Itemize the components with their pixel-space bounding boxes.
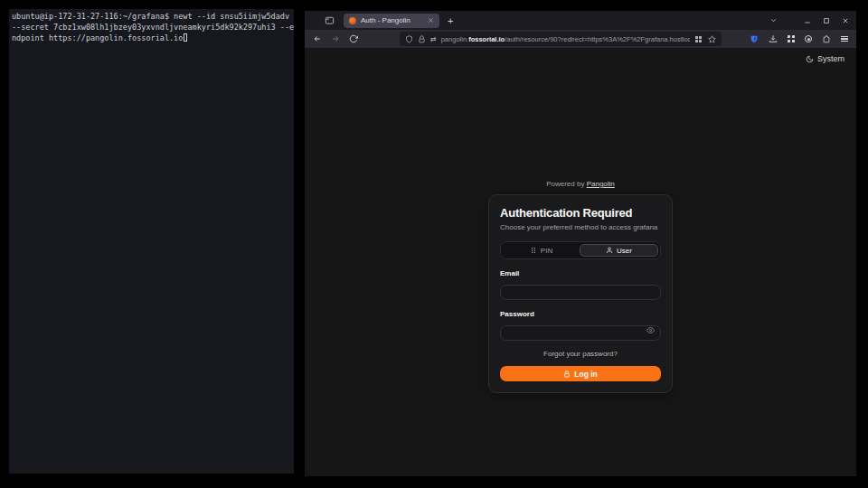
terminal-line: --secret 7cbz1xw08lh1jbzey03yxvndljvneam… (12, 23, 294, 32)
tabbar-right-controls (769, 16, 849, 24)
card-title: Authentication Required (500, 206, 661, 220)
reload-button-icon[interactable] (349, 34, 358, 43)
padlock-icon[interactable] (418, 35, 426, 43)
pangolin-favicon-icon (349, 17, 356, 24)
user-icon (606, 247, 613, 254)
tab-close-icon[interactable] (428, 17, 434, 23)
swap-arrows-icon[interactable]: ⇄ (430, 35, 437, 43)
forward-button-icon[interactable] (331, 34, 340, 43)
window-minimize-button[interactable] (804, 17, 811, 24)
tracking-protection-shield-icon[interactable] (405, 35, 413, 43)
card-subtitle: Choose your preferred method to access g… (500, 223, 661, 231)
toolbar-right-icons (740, 34, 849, 43)
url-subdomain: pangolin. (441, 35, 468, 43)
theme-toggle-label: System (817, 54, 844, 63)
lock-icon (563, 371, 571, 378)
url-bar[interactable]: ⇄ pangolin.fossorial.io/auth/resource/90… (400, 32, 722, 46)
tab-pin-label: PIN (541, 247, 552, 255)
pin-keypad-icon (530, 247, 537, 254)
auth-card: Authentication Required Choose your pref… (488, 194, 673, 393)
terminal-output: ubuntu@ip-172-31-27-116:~/grafana$ newt … (12, 11, 291, 43)
auth-method-tabs: PIN User (500, 241, 661, 259)
urlbar-right-icons (695, 35, 716, 43)
puzzle-extensions-icon[interactable] (822, 34, 831, 43)
download-icon[interactable] (769, 34, 778, 43)
moon-icon (806, 55, 814, 63)
list-all-tabs-chevron-icon[interactable] (769, 16, 778, 24)
email-label: Email (500, 269, 661, 277)
forgot-password-link[interactable]: Forgot your password? (500, 350, 661, 358)
powered-by: Powered by Pangolin (488, 180, 673, 188)
dark-reader-extension-icon[interactable] (805, 35, 812, 42)
login-button[interactable]: Log in (500, 366, 661, 381)
password-field[interactable] (500, 325, 661, 341)
firefox-view-icon[interactable] (325, 15, 335, 25)
browser-tab-auth-pangolin[interactable]: Auth - Pangolin (344, 14, 439, 28)
new-tab-button[interactable]: + (448, 16, 453, 25)
browser-window: Auth - Pangolin + (305, 11, 856, 476)
terminal-line: ubuntu@ip-172-31-27-116:~/grafana$ newt … (12, 12, 289, 21)
tab-user-label: User (617, 247, 632, 255)
bitwarden-extension-shield-icon[interactable] (750, 34, 759, 43)
email-field[interactable] (500, 285, 661, 300)
terminal-cursor (184, 33, 187, 42)
password-label: Password (500, 310, 661, 318)
url-domain: fossorial.io (468, 35, 505, 43)
tab-bar: Auth - Pangolin + (305, 11, 856, 30)
terminal-window[interactable]: ubuntu@ip-172-31-27-116:~/grafana$ newt … (9, 9, 294, 474)
url-path: /auth/resource/90?redirect=https%3A%2F%2… (505, 35, 690, 43)
window-close-button[interactable] (842, 17, 849, 24)
tab-user[interactable]: User (580, 244, 658, 257)
desktop: ubuntu@ip-172-31-27-116:~/grafana$ newt … (0, 0, 868, 488)
containers-grid-icon[interactable] (695, 36, 702, 42)
navigation-toolbar: ⇄ pangolin.fossorial.io/auth/resource/90… (305, 30, 856, 48)
theme-toggle[interactable]: System (806, 54, 844, 63)
tab-title: Auth - Pangolin (361, 16, 423, 24)
back-button-icon[interactable] (313, 34, 322, 43)
tab-pin[interactable]: PIN (503, 244, 580, 257)
window-maximize-button[interactable] (823, 17, 830, 24)
menu-hamburger-icon[interactable] (841, 36, 848, 42)
page-content: System Powered by Pangolin Authenticatio… (305, 48, 856, 476)
terminal-line: ndpoint https://pangolin.fossorial.io (12, 33, 183, 42)
bookmark-star-icon[interactable] (708, 35, 716, 43)
login-button-label: Log in (574, 370, 598, 379)
extensions-grid-icon[interactable] (788, 35, 796, 43)
show-password-eye-icon[interactable] (646, 326, 655, 334)
auth-column: Powered by Pangolin Authentication Requi… (488, 180, 673, 393)
pangolin-link[interactable]: Pangolin (587, 180, 615, 188)
url-text: pangolin.fossorial.io/auth/resource/90?r… (441, 35, 690, 43)
